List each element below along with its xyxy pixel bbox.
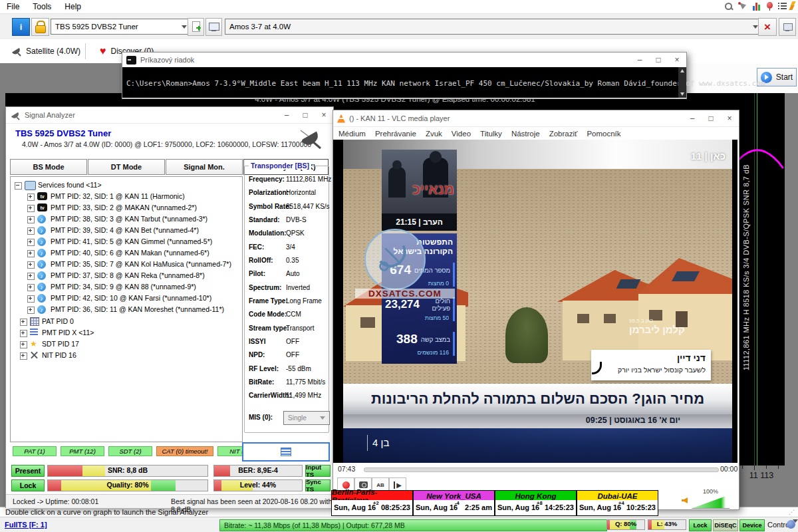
scan-button[interactable] [205,18,222,36]
diseqc-button[interactable]: DiSEqC [713,519,738,531]
mis-select[interactable]: Single [283,411,330,425]
antenna-icon[interactable] [738,2,747,11]
balloon-icon[interactable] [766,2,774,11]
delete-button[interactable]: × [758,18,777,36]
sdt-icon: ★ [30,340,37,348]
tree-row[interactable]: ♪PMT PID: 36, SID: 11 @ KAN Moreshet (*u… [11,305,242,315]
menu-help[interactable]: Help [58,1,88,13]
radio-icon: ♪ [37,294,46,303]
minimize-button[interactable]: – [277,108,296,122]
satellite-select[interactable]: Amos 3-7 at 4.0W [225,19,763,35]
service-tree[interactable]: Services found <11> tvPMT PID: 32, SID: … [10,176,243,442]
stat-active-sub: 50 מחצות [425,315,449,321]
cmd-scrollbar[interactable] [678,67,686,98]
spectrum-readout: 11112,861 MHz H 8518 KS/s 3/4 DVB-S/QPSK… [742,81,753,454]
tree-row[interactable]: NIT PID 16 [11,350,242,361]
tree-row[interactable]: tvPMT PID: 33, SID: 2 @ MAKAN (*unnamed-… [11,203,242,213]
video-area[interactable]: כאן | 11 מנאייכ הערב | 21:15 התפשטות הקו… [333,140,737,463]
info-button[interactable]: i [12,18,30,36]
control-icon[interactable] [787,520,795,529]
dxsatcs-logo-icon [375,238,414,277]
device-small-button[interactable] [779,18,796,36]
close-button[interactable]: × [668,53,686,66]
headline-band: מחיר הוגן? הסכם השלום בתמורה להחלת הריבו… [343,384,732,414]
axis-tick [754,466,755,470]
vlc-menu-video[interactable]: Video [452,130,471,138]
ber-bar: BER: 8,9E-4 [213,465,303,477]
vlc-menu-help[interactable]: Pomocník [587,130,620,138]
tree-row[interactable]: PAT PID 0 [11,317,242,327]
radio-icon: ♪ [37,249,46,257]
close-button[interactable]: × [720,112,739,125]
scroll-up-icon[interactable] [680,69,684,72]
minimize-button[interactable]: – [683,112,702,125]
lock-status-button[interactable]: Lock [689,519,712,531]
close-button[interactable]: × [315,108,333,122]
maximize-button[interactable]: □ [702,112,720,125]
radio-icon: ♪ [37,215,46,223]
vlc-menu-medium[interactable]: Médium [338,130,366,138]
radio-icon: ♪ [37,237,46,246]
snr-bar: SNR: 8,8 dB [47,465,208,477]
scroll-down-icon[interactable] [680,92,684,96]
dateline-text: יום א' 16 באוגוסט | 09:25 [586,416,680,425]
chart-icon[interactable] [753,2,762,11]
cmd-titlebar[interactable]: Príkazový riadok – □ × [122,53,686,68]
service-list-button[interactable] [242,442,330,462]
transponder-panel: Transponder [BS] Frequency:11112,861 MHz… [244,166,329,433]
tree-row[interactable]: ♪PMT PID: 38, SID: 3 @ KAN Tarbut (*unna… [11,214,242,225]
minimize-button[interactable]: – [630,53,649,66]
tree-row[interactable]: ★SDT PID 17 [11,339,242,350]
bitrate-bar: Bitrate: ~ 11,38 Mbps (of 11,38 Mbps) | … [219,519,607,531]
vlc-titlebar[interactable]: () - KAN 11 - VLC media player – □ × [333,110,739,127]
tree-row[interactable]: ♪PMT PID: 34, SID: 9 @ KAN 88 (*unnamed-… [11,282,242,293]
seek-bar[interactable] [364,467,719,472]
tree-row[interactable]: Services found <11> [11,180,242,191]
menu-file[interactable]: File [0,1,26,13]
cmd-body[interactable]: C:\Users\Roman>Amos 7-3.9°W_Middle East … [122,67,686,98]
radio-icon: ♪ [37,226,46,235]
menu-tools[interactable]: Tools [26,1,58,13]
clock-value: Sun, Aug 16+814:25:23 [495,500,577,516]
maximize-button[interactable]: □ [296,108,315,122]
tree-row[interactable]: ♪PMT PID: 42, SID: 10 @ KAN Farsi (*unna… [11,293,242,304]
tab-signal-mon[interactable]: Signal Mon. [166,159,243,175]
tree-row[interactable]: ♪PMT PID: 37, SID: 8 @ KAN Reka (*unname… [11,271,242,281]
resize-grip[interactable]: ⋰ [789,509,795,515]
analyzer-title: Signal Analyzer [25,111,75,119]
maximize-button[interactable]: □ [649,53,668,66]
tree-row[interactable]: ♪PMT PID: 35, SID: 7 @ KAN Kol HaMusica … [11,259,242,270]
tree-row[interactable]: PMT PID X <11> [11,328,242,338]
tab-dt-mode[interactable]: DT Mode [88,159,165,175]
tuner-select[interactable]: TBS 5925 DVBS2 Tuner [51,19,192,35]
device-button[interactable]: Device [739,519,765,531]
vlc-menu-view[interactable]: Zobraziť [549,130,578,138]
new-page-button[interactable] [188,18,204,36]
lock-button[interactable] [31,18,49,36]
sync-ts-button[interactable]: Sync TS [305,479,331,491]
camera-icon [359,481,368,488]
list-icon[interactable] [778,2,787,10]
bolt-icon[interactable] [790,1,797,11]
tree-row[interactable]: ♪PMT PID: 39, SID: 4 @ KAN Bet (*unnamed… [11,225,242,236]
cmd-text: C:\Users\Roman>Amos 7-3.9°W_Middle East … [126,79,672,88]
vlc-menu-audio[interactable]: Zvuk [426,130,442,138]
clock-value: Sun, Aug 16+410:25:23 [577,500,658,516]
vlc-menu-subtitles[interactable]: Titulky [480,130,502,138]
tab-satellite[interactable]: Satellite (4.0W) [11,45,80,58]
tab-bs-mode[interactable]: BS Mode [10,159,87,175]
search-icon[interactable] [725,3,733,11]
input-ts-button[interactable]: Input TS [305,465,331,477]
analyzer-titlebar[interactable]: Signal Analyzer – □ × [6,107,333,124]
tree-row[interactable]: ♪PMT PID: 41, SID: 5 @ KAN Gimmel (*unna… [11,237,242,247]
clock-value: Sun, Aug 16-42:25 am [413,500,495,516]
analyzer-statusbar: Locked -> Uptime: 00:08:01 Best signal h… [6,494,333,508]
tree-row[interactable]: tvPMT PID: 32, SID: 1 @ KAN 11 (Harmonic… [11,192,242,202]
fullts-link[interactable]: FullTS [F: 1] [5,521,47,529]
vlc-menu-tools[interactable]: Nástroje [511,130,540,138]
tree-row[interactable]: ♪PMT PID: 40, SID: 6 @ KAN Makan (*unnam… [11,248,242,259]
axis-tick [778,466,779,469]
vlc-menu-playback[interactable]: Prehrávanie [375,130,416,138]
volume-slider[interactable] [691,495,730,509]
ab-loop-icon: AB [376,482,384,488]
